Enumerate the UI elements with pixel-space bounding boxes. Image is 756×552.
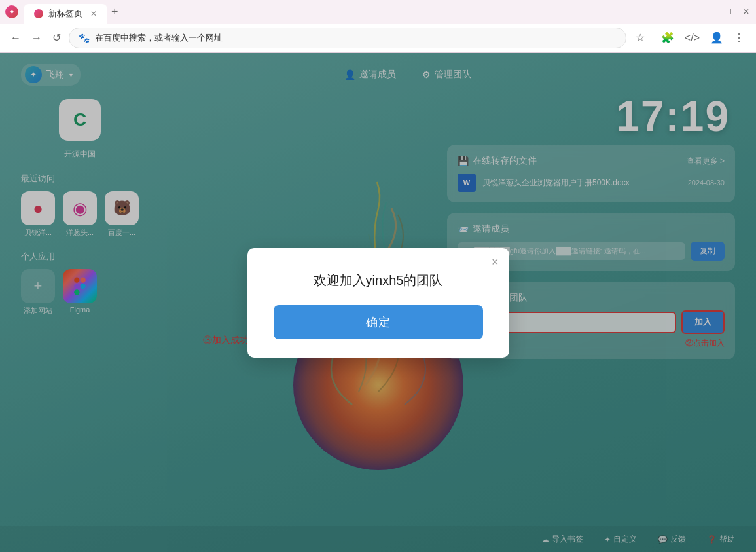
dialog-close-button[interactable]: × xyxy=(492,256,499,268)
page-content: ✦ 飞翔 ▾ 👤 邀请成员 ⚙ 管理团队 17:19 C xyxy=(0,53,756,552)
tab-favicon xyxy=(34,9,43,18)
nav-actions: ☆ 🧩 </> 👤 ⋮ xyxy=(632,29,748,46)
nav-separator xyxy=(653,32,653,44)
browser-window: ✦ 新标签页 ✕ + — ☐ ✕ ← → ↺ 🐾 在百度中搜索，或者输入一个 xyxy=(0,0,756,552)
title-bar: ✦ 新标签页 ✕ + — ☐ ✕ xyxy=(0,0,756,24)
new-tab-button[interactable]: + xyxy=(111,5,118,19)
close-button[interactable]: ✕ xyxy=(742,7,751,16)
minimize-button[interactable]: — xyxy=(715,7,725,16)
extension-button[interactable]: 🧩 xyxy=(657,29,678,46)
menu-button[interactable]: ⋮ xyxy=(730,29,748,46)
browser-chrome: ✦ 新标签页 ✕ + — ☐ ✕ ← → ↺ 🐾 在百度中搜索，或者输入一个 xyxy=(0,0,756,53)
window-controls: — ☐ ✕ xyxy=(715,7,751,16)
code-button[interactable]: </> xyxy=(681,29,704,46)
active-tab[interactable]: 新标签页 ✕ xyxy=(24,4,107,24)
address-text: 在百度中搜索，或者输入一个网址 xyxy=(95,32,223,44)
tab-close-button[interactable]: ✕ xyxy=(90,9,97,18)
tab-bar: 新标签页 ✕ + xyxy=(24,0,715,24)
address-icon: 🐾 xyxy=(79,33,90,43)
star-button[interactable]: ☆ xyxy=(632,29,649,46)
maximize-button[interactable]: ☐ xyxy=(729,7,738,16)
nav-bar: ← → ↺ 🐾 在百度中搜索，或者输入一个网址 ☆ 🧩 </> 👤 ⋮ xyxy=(0,24,756,52)
browser-logo: ✦ xyxy=(5,5,18,18)
dialog-box: × 欢迎加入yinxh5的团队 确定 xyxy=(247,248,509,358)
dialog-title: 欢迎加入yinxh5的团队 xyxy=(274,272,483,289)
dialog-confirm-button[interactable]: 确定 xyxy=(274,305,483,339)
avatar-button[interactable]: 👤 xyxy=(706,29,727,46)
dialog-overlay: × 欢迎加入yinxh5的团队 确定 xyxy=(0,53,756,552)
back-button[interactable]: ← xyxy=(8,29,24,46)
reload-button[interactable]: ↺ xyxy=(50,29,63,46)
forward-button[interactable]: → xyxy=(29,29,45,46)
address-bar[interactable]: 🐾 在百度中搜索，或者输入一个网址 xyxy=(69,28,626,48)
tab-title: 新标签页 xyxy=(48,8,82,20)
